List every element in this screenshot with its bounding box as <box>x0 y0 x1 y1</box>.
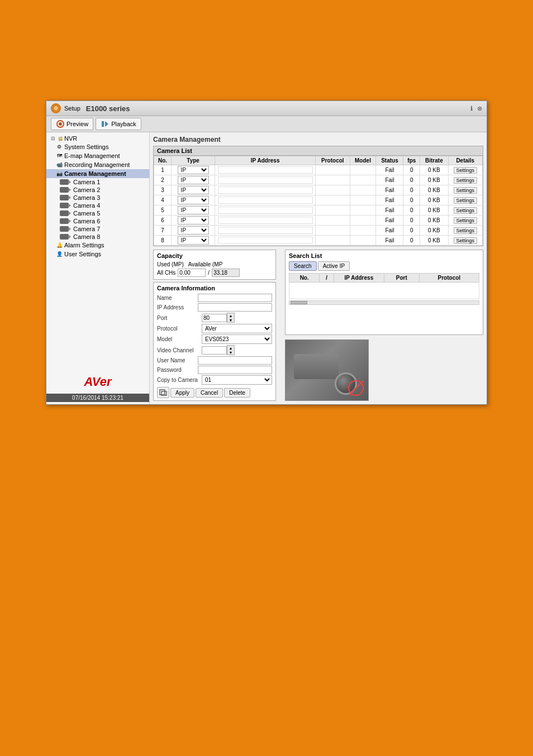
sidebar-item-camera-3[interactable]: Camera 3 <box>46 194 149 202</box>
user-icon: 👤 <box>55 250 63 258</box>
table-row[interactable]: 2 IPAnalog Fail 0 0 KB Settings <box>154 175 483 185</box>
table-row[interactable]: 6 IPAnalog Fail 0 0 KB Settings <box>154 216 483 226</box>
info-icon[interactable]: ℹ <box>470 105 473 112</box>
table-row[interactable]: 7 IPAnalog Fail 0 0 KB Settings <box>154 226 483 236</box>
sidebar-item-camera-7[interactable]: Camera 7 <box>46 225 149 233</box>
apply-button[interactable]: Apply <box>170 388 194 398</box>
sidebar-item-camera-4[interactable]: Camera 4 <box>46 202 149 209</box>
h-scrollbar[interactable] <box>289 300 479 305</box>
settings-btn-7[interactable]: Settings <box>454 227 478 234</box>
password-label: Password <box>157 367 198 373</box>
port-spin-up[interactable]: ▲ <box>227 313 234 318</box>
table-row[interactable]: 3 IPAnalog Fail 0 0 KB Settings <box>154 185 483 195</box>
ip-cell-4[interactable] <box>218 197 313 204</box>
available-label: Available (MP <box>188 261 223 267</box>
preview-button[interactable]: Preview <box>51 118 93 130</box>
vc-spin-up[interactable]: ▲ <box>227 346 234 350</box>
sidebar-item-nvr[interactable]: ⊟ 🖥 NVR <box>46 135 149 142</box>
sidebar-time: 07/16/2014 15:23:21 <box>46 394 149 402</box>
camera-table: No. Type IP Address Protocol Model Statu… <box>154 156 483 246</box>
playback-button[interactable]: Playback <box>96 118 141 130</box>
camera-5-icon <box>60 210 69 216</box>
system-label: System Settings <box>64 143 108 150</box>
search-button[interactable]: Search <box>289 261 317 271</box>
ip-cell-8[interactable] <box>218 237 313 244</box>
port-spinner[interactable]: ▲ ▼ <box>227 313 235 323</box>
ip-cell-5[interactable] <box>218 207 313 214</box>
copy-icon-button[interactable] <box>157 387 169 398</box>
table-row[interactable]: 8 IPAnalog Fail 0 0 KB Settings <box>154 236 483 246</box>
video-channel-spinner[interactable]: ▲ ▼ <box>227 345 235 355</box>
sidebar-item-emap[interactable]: 🗺 E-map Management <box>46 151 149 160</box>
svg-rect-4 <box>160 390 165 395</box>
port-input[interactable] <box>202 314 227 322</box>
col-model: Model <box>350 156 376 165</box>
model-label: Model <box>157 336 202 342</box>
emap-label: E-map Management <box>64 152 120 159</box>
close-icon[interactable]: ⊗ <box>477 105 482 112</box>
name-input[interactable] <box>198 294 272 302</box>
ip-cell-1[interactable] <box>218 166 313 174</box>
active-ip-button[interactable]: Active IP <box>318 261 350 271</box>
sidebar-item-camera-8[interactable]: Camera 8 <box>46 233 149 241</box>
sidebar-item-camera-mgmt[interactable]: 📷 Camera Management <box>46 169 149 178</box>
settings-btn-8[interactable]: Settings <box>454 237 478 244</box>
sidebar-item-camera-2[interactable]: Camera 2 <box>46 186 149 194</box>
settings-btn-2[interactable]: Settings <box>454 177 478 184</box>
protocol-select[interactable]: AVer ONVIF RTSP <box>202 324 272 333</box>
ip-cell-3[interactable] <box>218 186 313 194</box>
settings-btn-6[interactable]: Settings <box>454 217 478 224</box>
ip-input[interactable] <box>198 303 272 312</box>
settings-btn-1[interactable]: Settings <box>454 167 478 174</box>
search-table-row-empty <box>289 283 479 299</box>
type-select-4[interactable]: IPAnalog <box>178 196 209 204</box>
sidebar-item-system[interactable]: ⚙ System Settings <box>46 142 149 151</box>
camera-3-icon <box>60 195 69 200</box>
table-row[interactable]: 5 IPAnalog Fail 0 0 KB Settings <box>154 205 483 216</box>
sidebar-item-alarm[interactable]: 🔔 Alarm Settings <box>46 241 149 250</box>
ip-cell-2[interactable] <box>218 176 313 184</box>
settings-btn-4[interactable]: Settings <box>454 197 478 204</box>
type-select-5[interactable]: IPAnalog <box>178 206 209 214</box>
type-select-7[interactable]: IPAnalog <box>178 226 209 235</box>
settings-btn-3[interactable]: Settings <box>454 187 478 194</box>
sidebar-item-recording[interactable]: 📹 Recording Management <box>46 160 149 169</box>
search-table: No. / IP Address Port Protocol <box>289 273 479 299</box>
type-select-2[interactable]: IPAnalog <box>178 176 209 184</box>
type-select-3[interactable]: IPAnalog <box>178 186 209 194</box>
delete-button[interactable]: Delete <box>224 388 250 398</box>
sidebar-item-user[interactable]: 👤 User Settings <box>46 250 149 259</box>
port-spin-down[interactable]: ▼ <box>227 318 234 322</box>
password-input[interactable] <box>198 366 272 374</box>
ip-cell-7[interactable] <box>218 227 313 234</box>
settings-btn-5[interactable]: Settings <box>454 207 478 214</box>
used-value-input[interactable] <box>178 269 206 277</box>
sidebar-item-camera-6[interactable]: Camera 6 <box>46 217 149 225</box>
camera-mgmt-icon: 📷 <box>55 170 63 178</box>
title-bar: ⚙ Setup E1000 series ℹ ⊗ <box>46 101 487 116</box>
type-select-1[interactable]: IPAnalog <box>178 166 209 174</box>
camera-mgmt-label: Camera Management <box>64 170 126 177</box>
col-fps: fps <box>403 156 420 165</box>
sidebar-item-camera-5[interactable]: Camera 5 <box>46 209 149 217</box>
model-select[interactable]: EVS0523 <box>202 334 272 344</box>
search-col-slash: / <box>320 274 334 283</box>
type-select-8[interactable]: IPAnalog <box>178 236 209 245</box>
table-row[interactable]: 1 IPAnalog Fail 0 0 KB Settings <box>154 165 483 175</box>
vc-spin-down[interactable]: ▼ <box>227 350 234 355</box>
capacity-section: Capacity Used (MP) Available (MP All CHs… <box>153 250 276 280</box>
setup-label: Setup <box>64 105 80 112</box>
video-channel-input[interactable] <box>202 346 227 355</box>
table-row[interactable]: 4 IPAnalog Fail 0 0 KB Settings <box>154 195 483 205</box>
ip-cell-6[interactable] <box>218 217 313 224</box>
cancel-button[interactable]: Cancel <box>196 388 223 398</box>
type-select-6[interactable]: IPAnalog <box>178 216 209 224</box>
nvr-folder-icon: 🖥 <box>58 136 63 142</box>
copy-to-select[interactable]: 010203 040506 0708 <box>202 375 272 385</box>
expand-icon: ⊟ <box>51 136 55 141</box>
sidebar-item-camera-1[interactable]: Camera 1 <box>46 178 149 186</box>
playback-label: Playback <box>111 121 136 127</box>
h-scroll-thumb[interactable] <box>291 301 307 304</box>
username-input[interactable] <box>198 356 272 365</box>
toolbar: Preview Playback <box>46 116 487 132</box>
